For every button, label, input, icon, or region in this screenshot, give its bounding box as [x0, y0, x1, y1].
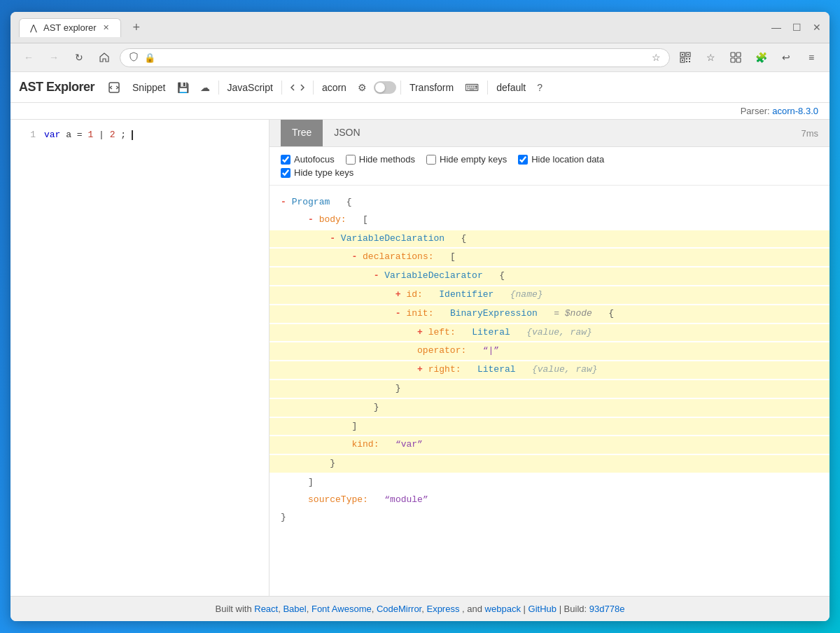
qr-code-button[interactable]: [676, 48, 695, 67]
collapse-program[interactable]: -: [281, 197, 286, 207]
parser-label-text: Parser:: [741, 106, 770, 116]
hide-type-keys-checkbox[interactable]: Hide type keys: [281, 167, 354, 178]
footer-github-link[interactable]: GitHub: [528, 604, 556, 614]
footer-react-link[interactable]: React: [254, 604, 278, 614]
autofocus-checkbox[interactable]: Autofocus: [281, 154, 335, 165]
collapse-var-decl[interactable]: -: [330, 233, 335, 244]
browser-nav-icons: ☆ 🧩 ↩ ≡: [676, 48, 821, 67]
snippet-icon-button[interactable]: [103, 78, 125, 97]
extensions-button[interactable]: 🧩: [751, 48, 771, 67]
window-controls: — ☐ ✕: [771, 22, 821, 33]
share-button[interactable]: ☁: [196, 79, 214, 96]
operator-value: “|”: [483, 345, 499, 356]
code-content-1: var a = 1 | 2 ;: [44, 130, 133, 140]
identifier-node: Identifier: [439, 289, 493, 300]
tab-json[interactable]: JSON: [323, 120, 371, 146]
collapse-declarations[interactable]: -: [351, 251, 357, 262]
tab-close-button[interactable]: ✕: [101, 22, 112, 34]
help-button[interactable]: ?: [533, 79, 547, 96]
footer-express-link[interactable]: Express: [426, 604, 459, 614]
star-button[interactable]: ☆: [701, 48, 720, 67]
close-button[interactable]: ✕: [813, 22, 821, 33]
body-prop: body:: [319, 214, 346, 225]
hide-methods-checkbox[interactable]: Hide methods: [346, 154, 415, 165]
ast-tabs: Tree JSON 7ms: [270, 120, 830, 147]
address-bar[interactable]: 🔒 ☆: [120, 48, 670, 67]
hide-type-keys-input[interactable]: [281, 168, 290, 178]
footer-build-label: | Build:: [559, 604, 589, 614]
expand-id[interactable]: +: [396, 289, 401, 300]
minimize-button[interactable]: —: [771, 22, 781, 33]
options-row-2: Hide type keys: [281, 167, 818, 178]
collapse-init[interactable]: -: [396, 308, 401, 319]
back-button[interactable]: ←: [19, 48, 38, 67]
tree-row-close-program: }: [270, 509, 830, 527]
divider-1: [218, 81, 219, 95]
id-prop: id:: [406, 289, 422, 300]
footer: Built with React, Babel, Font Awesome, C…: [10, 596, 830, 621]
tree-row-kind: kind: “var”: [270, 436, 830, 454]
svg-rect-6: [686, 58, 687, 60]
svg-rect-7: [689, 58, 690, 60]
expand-right[interactable]: +: [417, 364, 423, 375]
svg-rect-3: [682, 54, 683, 55]
menu-button[interactable]: ≡: [802, 48, 821, 67]
tree-row-close-body-bracket: ]: [270, 474, 830, 492]
autofocus-input[interactable]: [281, 155, 290, 165]
reload-button[interactable]: ↻: [69, 48, 89, 67]
tree-row-declarations: - declarations: [: [270, 249, 830, 266]
svg-rect-8: [686, 61, 687, 62]
forward-button[interactable]: →: [44, 48, 64, 67]
expand-left[interactable]: +: [417, 327, 423, 338]
svg-rect-9: [689, 61, 690, 62]
maximize-button[interactable]: ☐: [792, 22, 802, 33]
parser-label[interactable]: acorn: [318, 79, 351, 96]
new-tab-button[interactable]: +: [127, 18, 146, 37]
collections-button[interactable]: [726, 48, 746, 67]
app-title: AST Explorer: [19, 80, 94, 95]
transform-label[interactable]: Transform: [405, 79, 458, 96]
undo-button[interactable]: ↩: [776, 48, 796, 67]
hide-type-keys-label: Hide type keys: [294, 167, 354, 178]
tree-row-id: + id: Identifier {name}: [270, 286, 830, 304]
keyboard-button[interactable]: ⌨: [461, 79, 483, 96]
hide-location-checkbox[interactable]: Hide location data: [518, 154, 604, 165]
literal-right-node: Literal: [477, 364, 516, 375]
footer-build-hash[interactable]: 93d778e: [589, 604, 625, 614]
collapse-var-declarator[interactable]: -: [374, 270, 379, 281]
toggle-track[interactable]: [374, 81, 396, 94]
snippet-label[interactable]: Snippet: [128, 79, 169, 96]
footer-webpack-link[interactable]: webpack: [485, 604, 521, 614]
svg-rect-10: [731, 53, 735, 57]
code-editor[interactable]: 1 var a = 1 | 2 ;: [10, 120, 270, 596]
right-prop: right:: [428, 364, 461, 375]
save-button[interactable]: 💾: [173, 79, 193, 96]
default-label[interactable]: default: [492, 79, 530, 96]
tab-tree[interactable]: Tree: [281, 120, 323, 146]
kind-value: “var”: [396, 439, 423, 450]
hide-empty-keys-label: Hide empty keys: [440, 154, 507, 165]
footer-fontawesome-link[interactable]: Font Awesome: [312, 604, 372, 614]
hide-location-label: Hide location data: [531, 154, 604, 165]
hide-location-input[interactable]: [518, 155, 528, 165]
hide-methods-input[interactable]: [346, 155, 356, 165]
home-button[interactable]: [94, 48, 114, 67]
language-label[interactable]: JavaScript: [223, 79, 277, 96]
binary-expression-node: BinaryExpression: [450, 308, 538, 319]
collapse-body[interactable]: -: [308, 214, 314, 225]
footer-codemirror-link[interactable]: CodeMirror: [377, 604, 421, 614]
toggle-switch[interactable]: [374, 81, 396, 94]
navigation-bar: ← → ↻ 🔒 ☆: [10, 43, 830, 72]
line-number-1: 1: [19, 130, 36, 140]
settings-button[interactable]: ⚙: [354, 79, 371, 96]
footer-babel-link[interactable]: Babel: [283, 604, 306, 614]
parser-version-link[interactable]: acorn-8.3.0: [772, 106, 818, 116]
autofocus-label: Autofocus: [294, 154, 335, 165]
hide-empty-keys-input[interactable]: [426, 155, 436, 165]
divider-3: [313, 81, 314, 95]
left-prop: left:: [428, 327, 456, 338]
browser-tab[interactable]: ⋀ AST explorer ✕: [19, 18, 121, 37]
bookmark-button[interactable]: ☆: [652, 52, 661, 63]
hide-empty-keys-checkbox[interactable]: Hide empty keys: [426, 154, 507, 165]
tag-button[interactable]: [286, 79, 309, 96]
